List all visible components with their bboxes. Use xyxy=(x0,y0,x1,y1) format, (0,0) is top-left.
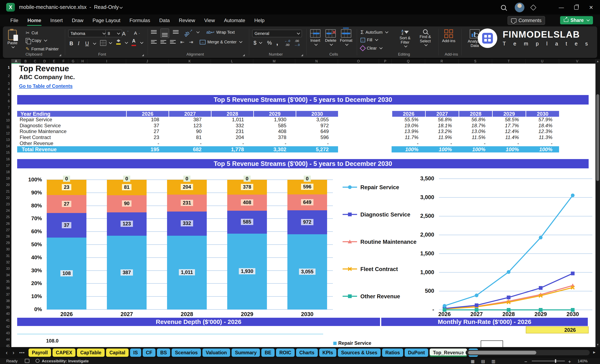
minimize-button[interactable]: — xyxy=(556,4,567,11)
row-header-36[interactable]: 36 xyxy=(6,286,10,290)
sheet-tab-capex[interactable]: CAPEX xyxy=(53,348,75,357)
row-header-23[interactable]: 23 xyxy=(6,202,10,206)
macro-record-icon[interactable] xyxy=(25,359,29,363)
percent-style-button[interactable]: % xyxy=(267,40,272,46)
row-header-39[interactable]: 39 xyxy=(6,306,10,309)
row-header-4[interactable]: 4 xyxy=(8,87,10,91)
sheet-tab-dupont[interactable]: DuPont xyxy=(405,348,428,357)
menu-tab-review[interactable]: Review xyxy=(174,16,200,25)
legend-item[interactable]: Fleet Contract xyxy=(342,266,398,273)
view-buttons[interactable]: ▦ ▤ ▥ xyxy=(471,359,501,364)
fill-button[interactable]: ↓Fill xyxy=(361,38,378,42)
sheet-tab-capital[interactable]: Capital xyxy=(106,348,129,357)
row-header-11[interactable]: 11 xyxy=(6,125,10,129)
column-header-E[interactable]: E xyxy=(49,59,59,64)
menu-tab-home[interactable]: Home xyxy=(23,16,46,25)
fill-color-options[interactable] xyxy=(124,42,128,44)
column-header-R[interactable]: R xyxy=(425,59,459,64)
copy-button[interactable]: Copy xyxy=(26,38,47,43)
row-header-28[interactable]: 28 xyxy=(6,235,10,238)
row-header-9[interactable]: 9 xyxy=(8,112,10,116)
insert-cells-button[interactable]: Insert xyxy=(310,29,320,46)
scroll-up-icon[interactable]: ▲ xyxy=(595,60,600,63)
comments-button[interactable]: Comments xyxy=(507,16,545,25)
menu-tab-help[interactable]: Help xyxy=(250,16,269,25)
increase-indent-button[interactable]: ⇥ xyxy=(189,39,193,45)
sort-filter-button[interactable]: AZ Sort & Filter xyxy=(396,29,414,47)
underline-button[interactable]: U xyxy=(85,40,89,46)
sheet-tab-be[interactable]: BE xyxy=(261,348,275,357)
number-dialog-launcher[interactable] xyxy=(301,54,303,56)
row-header-42[interactable]: 42 xyxy=(6,325,10,329)
row-header-31[interactable]: 31 xyxy=(6,254,10,258)
row-header-1[interactable]: 1 xyxy=(8,66,10,69)
zoom-slider[interactable] xyxy=(532,361,565,361)
sheet-tab-scenarios[interactable]: Scenarios xyxy=(172,348,201,357)
align-center-button[interactable] xyxy=(160,40,166,44)
legend-item[interactable]: Other Revenue xyxy=(342,293,400,300)
select-all-corner[interactable] xyxy=(0,59,11,64)
column-header-D[interactable]: D xyxy=(40,59,49,64)
row-header-2[interactable]: 2 xyxy=(8,74,10,78)
column-header-Q[interactable]: Q xyxy=(392,59,425,64)
scrollbar-thumb[interactable] xyxy=(596,94,599,181)
find-select-button[interactable]: Find & Select xyxy=(416,29,434,46)
sheet-tab-charts[interactable]: Charts xyxy=(296,348,318,357)
format-cells-button[interactable]: Format xyxy=(340,29,352,46)
menu-tab-automate[interactable]: Automate xyxy=(219,16,250,25)
align-left-button[interactable] xyxy=(151,40,157,44)
zoom-out-button[interactable]: − xyxy=(524,359,527,364)
font-dialog-launcher[interactable] xyxy=(142,54,144,56)
legend-item[interactable]: Diagnostic Service xyxy=(342,211,410,218)
format-painter-button[interactable]: ✎Format Painter xyxy=(26,46,59,52)
hscroll-left-icon[interactable]: ◂ xyxy=(459,350,462,355)
row-header-10[interactable]: 10 xyxy=(6,118,10,122)
orientation-button[interactable]: ab→ xyxy=(183,29,199,35)
row-header-29[interactable]: 29 xyxy=(6,241,10,245)
align-middle-button[interactable] xyxy=(160,28,169,38)
menu-tab-formulas[interactable]: Formulas xyxy=(125,16,155,25)
row-header-35[interactable]: 35 xyxy=(6,280,10,283)
row-header-41[interactable]: 41 xyxy=(6,318,10,322)
sheet-tab-payroll[interactable]: Payroll xyxy=(28,348,51,357)
page-layout-view-icon[interactable]: ▤ xyxy=(481,359,485,364)
sheet-tab-summary[interactable]: Summary xyxy=(232,348,260,357)
italic-button[interactable]: I xyxy=(78,40,79,46)
increase-decimal-button[interactable]: ←.0.00 xyxy=(284,39,290,46)
row-header-6[interactable]: 6 xyxy=(8,99,10,103)
column-header-K[interactable]: K xyxy=(169,59,211,64)
hscroll-right-icon[interactable]: ▸ xyxy=(593,350,595,355)
column-header-M[interactable]: M xyxy=(253,59,295,64)
accounting-format-button[interactable]: $ xyxy=(253,40,262,46)
column-header-U[interactable]: U xyxy=(525,59,559,64)
row-header-5[interactable]: 5 xyxy=(8,93,10,97)
align-top-button[interactable] xyxy=(151,30,157,34)
font-color-button[interactable]: A xyxy=(131,38,136,46)
column-header-N[interactable]: N xyxy=(295,59,338,64)
row-header-37[interactable]: 37 xyxy=(6,293,10,296)
row-header-38[interactable]: 38 xyxy=(6,299,10,303)
sheet-tab-valuation[interactable]: Valuation xyxy=(202,348,230,357)
vertical-scrollbar[interactable]: ▲ ▼ xyxy=(595,59,600,347)
number-format-select[interactable]: General xyxy=(252,30,302,37)
sheet-tab-ratios[interactable]: Ratios xyxy=(382,348,403,357)
fill-color-button[interactable] xyxy=(116,39,121,45)
delete-cells-button[interactable]: ✕ Delete xyxy=(325,29,336,46)
column-header-B[interactable]: B xyxy=(21,59,30,64)
column-header-L[interactable]: L xyxy=(211,59,253,64)
tabs-more-icon[interactable]: ••• xyxy=(19,350,25,355)
row-header-26[interactable]: 26 xyxy=(6,222,10,226)
zoom-level[interactable]: 140% xyxy=(577,359,588,363)
column-header-T[interactable]: T xyxy=(492,59,525,64)
search-icon[interactable] xyxy=(498,4,509,11)
sheet-tab-bs[interactable]: BS xyxy=(157,348,170,357)
menu-tab-insert[interactable]: Insert xyxy=(46,16,67,25)
underline-options[interactable] xyxy=(92,43,96,45)
column-header-J[interactable]: J xyxy=(126,59,169,64)
column-header-V[interactable]: V xyxy=(559,59,595,64)
sheet-tab-roic[interactable]: ROIC xyxy=(276,348,295,357)
row-header-25[interactable]: 25 xyxy=(6,215,10,219)
share-button[interactable]: Share xyxy=(560,16,593,24)
sheet-tab-captable[interactable]: CapTable xyxy=(77,348,105,357)
clear-button[interactable]: Clear xyxy=(361,46,382,51)
